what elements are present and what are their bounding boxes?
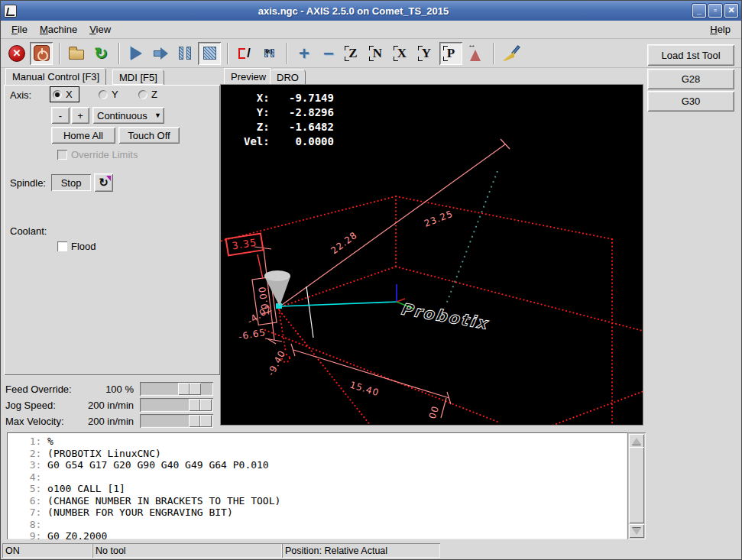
title-bar[interactable]: axis.ngc - AXIS 2.5.0 on Comet_TS_2015 _… bbox=[1, 1, 741, 21]
pause-button[interactable] bbox=[173, 42, 196, 65]
axis-radio-z[interactable]: Z bbox=[138, 89, 157, 100]
view-x-button[interactable]: X bbox=[390, 42, 413, 65]
dim-label: 23.25 bbox=[423, 209, 455, 229]
scrollbar-thumb[interactable] bbox=[629, 447, 644, 523]
stop-icon bbox=[203, 47, 216, 60]
view-z-rotated-button[interactable]: N bbox=[366, 42, 389, 65]
chevron-down-icon: ▼ bbox=[154, 112, 161, 119]
menu-help[interactable]: Help bbox=[704, 21, 737, 37]
gcode-line: 1:% bbox=[18, 435, 627, 448]
zoom-in-icon: + bbox=[299, 45, 309, 62]
spindle-label: Spindle: bbox=[10, 177, 46, 189]
optional-stop-button[interactable]: M1 bbox=[258, 42, 280, 65]
tab-preview[interactable]: Preview bbox=[224, 68, 273, 85]
toolbar-separator bbox=[118, 43, 120, 64]
axis-label: Axis: bbox=[10, 89, 31, 101]
minimize-button[interactable]: _ bbox=[692, 4, 706, 18]
jog-speed-slider[interactable] bbox=[140, 398, 213, 412]
feed-override-slider[interactable] bbox=[140, 382, 213, 396]
jog-plus-button[interactable]: + bbox=[71, 107, 89, 124]
power-icon bbox=[34, 45, 50, 61]
dro-z-line: Z:-1.6482 bbox=[244, 120, 334, 134]
coolant-label: Coolant: bbox=[10, 225, 47, 237]
max-velocity-slider[interactable] bbox=[140, 414, 213, 428]
status-position-mode: Position: Relative Actual bbox=[282, 543, 440, 558]
spindle-brake-button[interactable]: ↻ bbox=[94, 173, 113, 192]
flood-label: Flood bbox=[71, 241, 96, 252]
toolbar-separator bbox=[59, 43, 60, 64]
clear-plot-button[interactable] bbox=[499, 42, 522, 65]
skip-lines-button[interactable]: / bbox=[233, 42, 256, 65]
gcode-line: 9:G0 Z0.2000 bbox=[18, 530, 627, 539]
axis-radio-y[interactable]: Y bbox=[99, 89, 118, 100]
touch-off-button[interactable]: Touch Off bbox=[118, 127, 180, 144]
gcode-listing[interactable]: 1:% 2:(PROBOTIX LinuxCNC) 3:G0 G54 G17 G… bbox=[7, 432, 627, 539]
close-button[interactable]: ✕ bbox=[724, 4, 738, 18]
feed-override-value: 100 % bbox=[88, 384, 140, 395]
tab-dro[interactable]: DRO bbox=[270, 70, 306, 85]
jog-mode-dropdown[interactable]: Continuous ▼ bbox=[92, 107, 164, 124]
override-limits-checkbox[interactable]: Override Limits bbox=[57, 149, 138, 160]
dim-label: -6.65 bbox=[238, 327, 267, 342]
g28-button[interactable]: G28 bbox=[647, 69, 734, 89]
axis-radio-x[interactable]: X bbox=[50, 86, 79, 102]
reload-file-button[interactable]: ↻ bbox=[89, 42, 112, 65]
stop-button[interactable] bbox=[198, 42, 221, 65]
gcode-line: 6:(CHANGE NUMBER IN BRACKETS TO THE TOOL… bbox=[18, 495, 627, 507]
gcode-line: 3:G0 G54 G17 G20 G90 G40 G49 G64 P0.010 bbox=[18, 459, 627, 471]
toolbar-separator bbox=[227, 43, 228, 64]
engraving-path-text: Probotix bbox=[399, 299, 490, 333]
load-first-tool-button[interactable]: Load 1st Tool bbox=[647, 44, 734, 66]
view-y-button[interactable]: Y bbox=[415, 42, 438, 65]
open-file-button[interactable] bbox=[65, 42, 88, 65]
step-icon bbox=[154, 47, 168, 60]
dim-label: 00 bbox=[427, 404, 442, 420]
gcode-line: 2:(PROBOTIX LinuxCNC) bbox=[18, 448, 627, 460]
home-all-button[interactable]: Home All bbox=[51, 127, 115, 144]
slider-handle[interactable] bbox=[178, 383, 201, 395]
spindle-stop-button[interactable]: Stop bbox=[51, 174, 91, 191]
clear-plot-broom-icon bbox=[501, 44, 520, 63]
menu-file[interactable]: File bbox=[5, 21, 34, 37]
toolpath-line bbox=[280, 302, 397, 306]
optional-stop-m1-icon: M1 bbox=[264, 49, 274, 57]
override-limits-label: Override Limits bbox=[71, 149, 138, 160]
scroll-up-button[interactable] bbox=[629, 434, 644, 448]
menu-machine[interactable]: Machine bbox=[34, 21, 83, 37]
rotate-view-button[interactable]: ↔ bbox=[464, 42, 487, 65]
g30-button[interactable]: G30 bbox=[647, 91, 734, 112]
gcode-scrollbar[interactable] bbox=[627, 432, 646, 539]
zoom-out-button[interactable]: − bbox=[317, 42, 340, 65]
dro-x-line: X:-9.7149 bbox=[244, 91, 334, 105]
tab-mdi[interactable]: MDI [F5] bbox=[112, 70, 164, 85]
machine-power-button[interactable] bbox=[30, 42, 53, 65]
down-arrow-icon bbox=[632, 528, 641, 535]
jog-minus-button[interactable]: - bbox=[51, 107, 70, 124]
highlight-dim-line bbox=[258, 254, 263, 279]
backplot-preview-canvas[interactable]: 22.28 23.25 -4.02 -6.65 -9.40 15.40 00 1… bbox=[221, 85, 643, 425]
rotate-view-icon: ↔ bbox=[468, 45, 483, 62]
skip-lines-icon: / bbox=[238, 47, 250, 60]
slider-handle[interactable] bbox=[189, 415, 212, 427]
view-perspective-button[interactable]: P bbox=[439, 42, 462, 65]
run-step-button[interactable] bbox=[149, 42, 172, 65]
checkbox-icon bbox=[57, 241, 67, 251]
menu-view[interactable]: View bbox=[83, 21, 117, 37]
view-z-button[interactable]: Z bbox=[342, 42, 365, 65]
app-icon[interactable] bbox=[4, 5, 17, 18]
slider-handle[interactable] bbox=[189, 399, 212, 411]
flood-checkbox[interactable]: Flood bbox=[57, 241, 96, 252]
max-velocity-value: 200 in/min bbox=[88, 416, 140, 427]
estop-button[interactable]: ✕ bbox=[5, 42, 28, 65]
gcode-line: 7:(NUMBER FOR YOUR ENGRAVING BIT) bbox=[18, 507, 627, 519]
zoom-in-button[interactable]: + bbox=[293, 42, 316, 65]
run-program-button[interactable] bbox=[125, 42, 147, 65]
toolbar-separator bbox=[287, 43, 288, 64]
rapid-move-line bbox=[446, 171, 497, 304]
feed-override-label: Feed Override: bbox=[5, 384, 88, 395]
maximize-button[interactable]: ▫ bbox=[708, 4, 722, 18]
status-tool: No tool bbox=[92, 543, 282, 558]
tab-manual-control[interactable]: Manual Control [F3] bbox=[5, 68, 106, 85]
scroll-down-button[interactable] bbox=[629, 524, 644, 538]
reload-icon: ↻ bbox=[94, 46, 108, 61]
